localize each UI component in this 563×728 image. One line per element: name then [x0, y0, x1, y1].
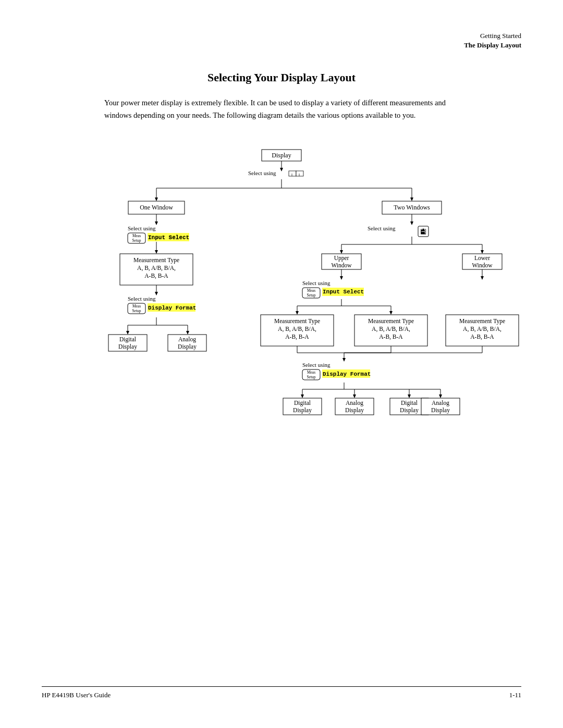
- digital-display-ml-line2: Display: [293, 407, 312, 414]
- svg-marker-27: [481, 250, 484, 254]
- digital-display-rl-line1: Digital: [401, 400, 418, 406]
- setup-label-mid: Setup: [307, 293, 315, 298]
- svg-marker-1: [280, 168, 283, 171]
- digital-display-ll-line1: Digital: [119, 336, 136, 343]
- diagram-svg: Display Select using One Window Two Wind…: [42, 140, 521, 495]
- svg-marker-13: [155, 292, 158, 295]
- meas-label-left: Meas: [132, 233, 141, 238]
- meas-type-rr-label: Measurement Type: [459, 318, 505, 325]
- one-window-label: One Window: [140, 204, 173, 211]
- lower-window-line2: Window: [472, 262, 493, 268]
- intro-text: Your power meter display is extremely fl…: [104, 97, 459, 121]
- select-using-top: Select using: [248, 170, 276, 176]
- svg-marker-46: [301, 394, 304, 398]
- meas-type-left-val2: A-B, B-A: [144, 273, 168, 279]
- svg-marker-9: [155, 221, 158, 225]
- meas-type-rr-val2: A-B, B-A: [470, 334, 494, 340]
- digital-display-rl-line2: Display: [400, 407, 419, 414]
- svg-marker-48: [353, 394, 356, 398]
- page-title: Selecting Your Display Layout: [42, 71, 521, 84]
- meas-type-left-label: Measurement Type: [133, 257, 179, 264]
- svg-marker-50: [408, 394, 411, 398]
- upper-window-line2: Window: [331, 262, 352, 268]
- header-line2: The Display Layout: [42, 41, 521, 50]
- select-using-df-mid: Select using: [302, 362, 331, 368]
- digital-display-ll-line2: Display: [118, 343, 137, 350]
- lower-window-line1: Lower: [474, 255, 490, 261]
- analog-display-rr-line1: Analog: [432, 400, 449, 406]
- svg-rect-57: [289, 171, 296, 176]
- meas-label-df-mid: Meas: [307, 370, 315, 375]
- setup-label-left: Setup: [132, 238, 141, 243]
- analog-display-lr-line1: Analog: [178, 336, 196, 343]
- header-line1: Getting Started: [42, 31, 521, 41]
- meas-type-ml-val1: A, B, A/B, B/A,: [278, 326, 316, 332]
- select-using-middle: Select using: [302, 280, 331, 286]
- page-header: Getting Started The Display Layout: [42, 31, 521, 50]
- svg-marker-29: [340, 276, 343, 280]
- analog-display-rr-line2: Display: [431, 407, 450, 414]
- input-select-left-text: Input Select: [148, 235, 189, 241]
- display-label: Display: [272, 152, 291, 159]
- footer-right: 1-11: [509, 691, 521, 699]
- digital-display-ml-line1: Digital: [294, 400, 311, 406]
- display-format-mid: Display Format: [323, 371, 371, 377]
- meas-label-df-left: Meas: [132, 304, 141, 309]
- meas-type-rr-val1: A, B, A/B, B/A,: [463, 326, 501, 332]
- svg-marker-42: [342, 358, 346, 362]
- meas-type-ml-label: Measurement Type: [274, 318, 320, 325]
- svg-marker-7: [410, 198, 413, 201]
- upper-window-line1: Upper: [334, 255, 349, 262]
- svg-rect-58: [296, 171, 303, 176]
- meas-type-mr-label: Measurement Type: [368, 318, 414, 325]
- meas-type-left-val1: A, B, A/B, B/A,: [137, 265, 176, 272]
- analog-display-mr-line1: Analog: [346, 400, 363, 406]
- two-windows-label: Two Windows: [394, 204, 430, 211]
- svg-marker-25: [340, 250, 343, 254]
- page: Getting Started The Display Layout Selec…: [0, 0, 563, 728]
- setup-label-df-left: Setup: [132, 309, 141, 313]
- meas-label-mid: Meas: [307, 288, 315, 293]
- analog-display-lr-line2: Display: [178, 343, 197, 350]
- svg-marker-17: [126, 331, 129, 335]
- setup-label-df-mid: Setup: [307, 375, 315, 379]
- footer: HP E4419B User's Guide 1-11: [42, 686, 521, 699]
- footer-left: HP E4419B User's Guide: [42, 691, 111, 699]
- svg-marker-11: [155, 250, 158, 254]
- select-using-left: Select using: [128, 225, 156, 231]
- svg-marker-35: [389, 311, 393, 315]
- svg-marker-19: [186, 331, 189, 335]
- svg-marker-37: [481, 276, 484, 280]
- svg-marker-52: [439, 394, 442, 398]
- svg-marker-21: [410, 221, 413, 225]
- input-select-mid: Input Select: [323, 289, 364, 295]
- select-using-df-left: Select using: [128, 295, 156, 302]
- diagram-area: Display Select using One Window Two Wind…: [42, 140, 521, 495]
- display-format-left: Display Format: [148, 305, 196, 311]
- meas-type-mr-val1: A, B, A/B, B/A,: [372, 326, 410, 332]
- meas-type-ml-val2: A-B, B-A: [285, 334, 309, 340]
- meas-type-mr-val2: A-B, B-A: [379, 334, 403, 340]
- svg-marker-5: [155, 198, 158, 201]
- analog-display-mr-line2: Display: [345, 407, 364, 414]
- select-using-right: Select using: [368, 225, 396, 231]
- svg-marker-33: [296, 311, 299, 315]
